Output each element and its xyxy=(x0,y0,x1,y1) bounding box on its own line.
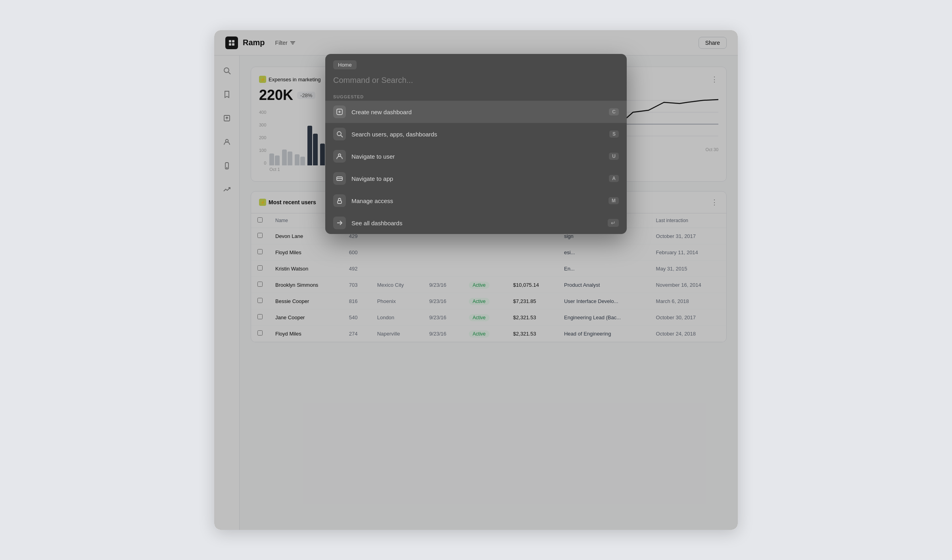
cp-item-icon-1 xyxy=(333,128,346,140)
cp-item-label-3: Navigate to app xyxy=(351,175,603,182)
cp-item-shortcut: C xyxy=(609,108,619,115)
cp-item-4[interactable]: Manage access M xyxy=(325,190,627,212)
cp-item-icon-3 xyxy=(333,172,346,185)
cp-item-icon-0 xyxy=(333,105,346,118)
cp-item-0[interactable]: Create new dashboard C xyxy=(325,101,627,123)
cp-item-1[interactable]: Search users, apps, dashboards S xyxy=(325,123,627,145)
cp-item-label-5: See all dashboards xyxy=(351,220,602,226)
cp-item-icon-4 xyxy=(333,194,346,207)
cp-item-icon-5 xyxy=(333,217,346,229)
cp-item-label-1: Search users, apps, dashboards xyxy=(351,131,604,138)
cp-item-label-4: Manage access xyxy=(351,198,603,204)
cp-top: Home xyxy=(325,54,627,91)
cp-search-input[interactable] xyxy=(333,74,619,91)
cp-item-shortcut: M xyxy=(608,197,619,204)
cp-item-3[interactable]: Navigate to app A xyxy=(325,167,627,190)
cp-home-pill[interactable]: Home xyxy=(333,60,357,69)
app-window: Ramp Filter Share xyxy=(214,30,738,530)
command-palette: Home SUGGESTED Create new dashboard C Se… xyxy=(325,54,627,234)
cp-item-5[interactable]: See all dashboards ↵ xyxy=(325,212,627,234)
cp-section-label: SUGGESTED xyxy=(325,91,627,101)
cp-item-2[interactable]: Navigate to user U xyxy=(325,145,627,167)
cp-item-icon-2 xyxy=(333,150,346,163)
command-palette-overlay[interactable]: Home SUGGESTED Create new dashboard C Se… xyxy=(214,30,738,530)
svg-line-23 xyxy=(341,135,343,137)
cp-item-enter-icon: ↵ xyxy=(608,219,619,227)
cp-item-shortcut: A xyxy=(609,175,619,182)
cp-item-label-0: Create new dashboard xyxy=(351,109,603,115)
cp-item-label-2: Navigate to user xyxy=(351,153,603,160)
cp-item-shortcut: S xyxy=(609,130,619,138)
cp-item-shortcut: U xyxy=(609,153,619,160)
svg-rect-27 xyxy=(338,201,342,203)
svg-point-22 xyxy=(337,132,341,136)
